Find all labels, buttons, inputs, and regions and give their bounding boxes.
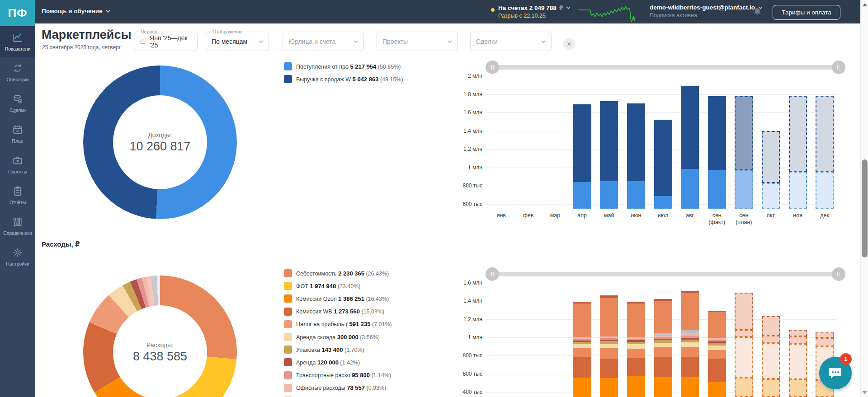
legend-item[interactable]: Комиссия WB 1 273 560 (15.09%) <box>284 305 392 318</box>
bar-segment-окт[interactable] <box>762 343 780 379</box>
bar-segment-дек[interactable] <box>816 338 834 346</box>
slider-track[interactable] <box>491 65 840 70</box>
help-menu[interactable]: Помощь и обучение <box>42 8 110 14</box>
bar-segment-сен(план)[interactable] <box>735 378 753 397</box>
bar-segment-авг[interactable] <box>681 342 699 347</box>
entities-filter[interactable]: Юрлица и счета <box>283 32 364 51</box>
bar-segment-май[interactable] <box>600 101 618 181</box>
bar-segment-май[interactable] <box>600 295 618 297</box>
accounts-status[interactable]: На счетах 2 049 788 ₽ Разрыв с 22.10.25 <box>491 4 571 19</box>
bar-segment-окт[interactable] <box>762 183 780 209</box>
bar-segment-июн[interactable] <box>627 304 645 337</box>
bar-segment-ноя[interactable] <box>789 336 807 344</box>
bar-segment-июн[interactable] <box>627 358 645 376</box>
bar-segment-сен(факт)[interactable] <box>708 359 726 382</box>
bar-segment-май[interactable] <box>600 344 618 348</box>
bar-segment-апр[interactable] <box>573 182 591 209</box>
bar-segment-май[interactable] <box>600 378 618 397</box>
legend-item[interactable]: Комиссии Ozon 1 386 251 (16.43%) <box>284 292 392 305</box>
period-filter[interactable]: Период Янв '25—дек '25 <box>134 32 198 51</box>
bar-segment-сен(факт)[interactable] <box>708 312 726 338</box>
legend-item[interactable]: ФОТ 1 974 948 (23.40%) <box>284 280 392 292</box>
bar-segment-сен(план)[interactable] <box>735 337 753 378</box>
bar-segment-авг[interactable] <box>681 347 699 357</box>
sidebar-item-Справочники[interactable]: Справочники <box>0 210 35 241</box>
bar-segment-дек[interactable] <box>816 332 834 338</box>
legend-item[interactable] <box>284 394 392 397</box>
bar-segment-июл[interactable] <box>654 347 672 357</box>
legend-item[interactable]: Аренда склада 300 000 (3.56%) <box>284 331 392 343</box>
sidebar-item-Проекты[interactable]: Проекты <box>0 149 35 180</box>
bar-segment-окт[interactable] <box>762 131 780 183</box>
bar-segment-апр[interactable] <box>573 337 591 339</box>
sidebar-item-План[interactable]: План <box>0 118 35 149</box>
bar-segment-июл[interactable] <box>654 336 672 337</box>
bar-segment-авг[interactable] <box>681 169 699 209</box>
bar-segment-июл[interactable] <box>654 337 672 339</box>
slider-track[interactable] <box>491 272 840 276</box>
bar-segment-июл[interactable] <box>654 340 672 343</box>
scroll-down-arrow[interactable] <box>861 389 868 396</box>
bar-segment-апр[interactable] <box>573 339 591 341</box>
bar-segment-май[interactable] <box>600 338 618 340</box>
bar-segment-сен(план)[interactable] <box>735 96 753 170</box>
bar-segment-июн[interactable] <box>627 181 645 209</box>
bar-segment-авг[interactable] <box>681 293 699 330</box>
bar-segment-дек[interactable] <box>816 172 834 209</box>
legend-item[interactable]: Налог на прибыль ( 591 235 (7.01%) <box>284 318 392 331</box>
bar-segment-июн[interactable] <box>627 302 645 304</box>
legend-item[interactable]: Упаковка 143 400 (1.70%) <box>284 343 392 356</box>
bar-segment-сен(факт)[interactable] <box>708 346 726 350</box>
bar-segment-апр[interactable] <box>573 348 591 357</box>
user-menu[interactable]: demo-wildberries-guest@planfact.io Подпи… <box>650 4 763 19</box>
bar-segment-сен(факт)[interactable] <box>708 343 726 346</box>
bar-segment-авг[interactable] <box>681 291 699 293</box>
bar-segment-ноя[interactable] <box>789 344 807 379</box>
bar-segment-сен(факт)[interactable] <box>708 340 726 341</box>
bar-segment-сен(план)[interactable] <box>735 293 753 330</box>
bar-segment-апр[interactable] <box>573 304 591 337</box>
bar-segment-май[interactable] <box>600 181 618 209</box>
bar-segment-сен(факт)[interactable] <box>708 311 726 313</box>
sidebar-item-Операции[interactable]: Операции <box>0 57 35 88</box>
bar-segment-сен(факт)[interactable] <box>708 170 726 209</box>
tariffs-button[interactable]: Тарифы и оплата <box>773 5 840 20</box>
bar-segment-июн[interactable] <box>627 337 645 339</box>
bar-segment-июн[interactable] <box>627 340 645 341</box>
bar-segment-авг[interactable] <box>681 336 699 338</box>
scroll-up-arrow[interactable] <box>861 1 868 8</box>
sidebar-item-Настройки[interactable]: Настройки <box>0 241 35 272</box>
bar-segment-сен(факт)[interactable] <box>708 350 726 359</box>
bar-segment-июн[interactable] <box>627 103 645 181</box>
bar-segment-май[interactable] <box>600 348 618 359</box>
bar-segment-июл[interactable] <box>654 339 672 340</box>
legend-item[interactable]: Офисные расходы 78 557 (0.93%) <box>284 382 392 394</box>
sidebar-item-Показатели[interactable]: Показатели <box>0 26 35 57</box>
bar-segment-апр[interactable] <box>573 302 591 304</box>
bar-segment-июн[interactable] <box>627 349 645 358</box>
bar-segment-май[interactable] <box>600 336 618 338</box>
bar-segment-сен(факт)[interactable] <box>708 338 726 340</box>
bar-segment-сен(план)[interactable] <box>735 170 753 209</box>
legend-item[interactable]: Аренда 120 000 (1.42%) <box>284 356 392 369</box>
bar-segment-авг[interactable] <box>681 338 699 340</box>
bar-segment-авг[interactable] <box>681 333 699 336</box>
bar-segment-апр[interactable] <box>573 341 591 342</box>
bar-segment-май[interactable] <box>600 340 618 341</box>
bar-segment-июн[interactable] <box>627 342 645 344</box>
bar-segment-апр[interactable] <box>573 344 591 348</box>
bar-segment-июл[interactable] <box>654 120 672 196</box>
bar-segment-дек[interactable] <box>816 96 834 172</box>
bar-segment-июл[interactable] <box>654 301 672 333</box>
bar-segment-авг[interactable] <box>681 340 699 342</box>
sidebar-item-Сделки[interactable]: Сделки <box>0 88 35 118</box>
bar-segment-авг[interactable] <box>681 377 699 397</box>
bar-segment-авг[interactable] <box>681 86 699 169</box>
expenses-donut-ring[interactable]: Расходы: 8 438 585 <box>83 276 237 397</box>
scrollbar-thumb[interactable] <box>862 159 868 257</box>
bar-segment-июл[interactable] <box>654 343 672 347</box>
bar-segment-июл[interactable] <box>654 357 672 377</box>
bar-segment-сен(факт)[interactable] <box>708 96 726 170</box>
bar-segment-авг[interactable] <box>681 330 699 333</box>
income-donut-ring[interactable]: Доходы: 10 260 817 <box>83 65 237 219</box>
